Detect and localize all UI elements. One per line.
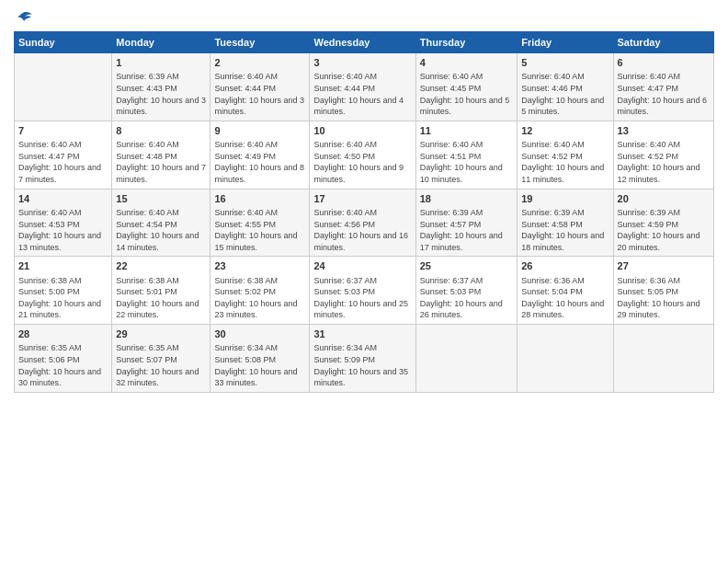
week-row-1: 1Sunrise: 6:39 AMSunset: 4:43 PMDaylight… <box>15 53 714 121</box>
cell-info: Sunrise: 6:40 AMSunset: 4:47 PMDaylight:… <box>18 139 108 185</box>
week-row-4: 21Sunrise: 6:38 AMSunset: 5:00 PMDayligh… <box>15 257 714 325</box>
calendar-cell: 16Sunrise: 6:40 AMSunset: 4:55 PMDayligh… <box>210 189 310 257</box>
cell-info: Sunrise: 6:34 AMSunset: 5:08 PMDaylight:… <box>214 342 305 388</box>
week-row-5: 28Sunrise: 6:35 AMSunset: 5:06 PMDayligh… <box>15 325 714 393</box>
date-number: 26 <box>521 259 609 273</box>
calendar-table: SundayMondayTuesdayWednesdayThursdayFrid… <box>14 31 714 393</box>
date-number: 25 <box>420 259 513 273</box>
calendar-cell: 12Sunrise: 6:40 AMSunset: 4:52 PMDayligh… <box>518 121 613 189</box>
calendar-cell: 26Sunrise: 6:36 AMSunset: 5:04 PMDayligh… <box>518 257 613 325</box>
calendar-cell: 11Sunrise: 6:40 AMSunset: 4:51 PMDayligh… <box>415 121 517 189</box>
calendar-cell: 3Sunrise: 6:40 AMSunset: 4:44 PMDaylight… <box>310 53 415 121</box>
week-row-3: 14Sunrise: 6:40 AMSunset: 4:53 PMDayligh… <box>15 189 714 257</box>
day-header-tuesday: Tuesday <box>210 32 310 53</box>
date-number: 31 <box>313 327 411 341</box>
calendar-cell: 27Sunrise: 6:36 AMSunset: 5:05 PMDayligh… <box>613 257 713 325</box>
date-number: 22 <box>116 259 206 273</box>
date-number: 7 <box>18 124 108 138</box>
date-number: 24 <box>313 259 411 273</box>
day-header-saturday: Saturday <box>613 32 713 53</box>
calendar-cell: 8Sunrise: 6:40 AMSunset: 4:48 PMDaylight… <box>112 121 210 189</box>
date-number: 2 <box>214 56 305 70</box>
calendar-cell: 24Sunrise: 6:37 AMSunset: 5:03 PMDayligh… <box>310 257 415 325</box>
cell-info: Sunrise: 6:37 AMSunset: 5:03 PMDaylight:… <box>420 275 513 321</box>
calendar-cell: 20Sunrise: 6:39 AMSunset: 4:59 PMDayligh… <box>613 189 713 257</box>
date-number: 1 <box>116 56 206 70</box>
calendar-cell: 22Sunrise: 6:38 AMSunset: 5:01 PMDayligh… <box>112 257 210 325</box>
cell-info: Sunrise: 6:39 AMSunset: 4:43 PMDaylight:… <box>116 71 206 117</box>
week-row-2: 7Sunrise: 6:40 AMSunset: 4:47 PMDaylight… <box>15 121 714 189</box>
cell-info: Sunrise: 6:40 AMSunset: 4:48 PMDaylight:… <box>116 139 206 185</box>
date-number: 19 <box>521 192 609 206</box>
calendar-cell: 19Sunrise: 6:39 AMSunset: 4:58 PMDayligh… <box>518 189 613 257</box>
cell-info: Sunrise: 6:40 AMSunset: 4:52 PMDaylight:… <box>618 139 710 185</box>
header-row: SundayMondayTuesdayWednesdayThursdayFrid… <box>15 32 714 53</box>
calendar-cell <box>15 53 112 121</box>
cell-info: Sunrise: 6:40 AMSunset: 4:56 PMDaylight:… <box>313 207 411 253</box>
date-number: 16 <box>214 192 305 206</box>
calendar-cell: 5Sunrise: 6:40 AMSunset: 4:46 PMDaylight… <box>518 53 613 121</box>
date-number: 12 <box>521 124 609 138</box>
cell-info: Sunrise: 6:40 AMSunset: 4:55 PMDaylight:… <box>214 207 305 253</box>
calendar-cell <box>613 325 713 393</box>
calendar-cell: 17Sunrise: 6:40 AMSunset: 4:56 PMDayligh… <box>310 189 415 257</box>
date-number: 21 <box>18 259 108 273</box>
cell-info: Sunrise: 6:39 AMSunset: 4:57 PMDaylight:… <box>420 207 513 253</box>
calendar-cell: 23Sunrise: 6:38 AMSunset: 5:02 PMDayligh… <box>210 257 310 325</box>
calendar-cell: 1Sunrise: 6:39 AMSunset: 4:43 PMDaylight… <box>112 53 210 121</box>
cell-info: Sunrise: 6:40 AMSunset: 4:50 PMDaylight:… <box>313 139 411 185</box>
date-number: 30 <box>214 327 305 341</box>
date-number: 28 <box>18 327 108 341</box>
cell-info: Sunrise: 6:36 AMSunset: 5:05 PMDaylight:… <box>618 275 710 321</box>
date-number: 20 <box>618 192 710 206</box>
calendar-cell: 14Sunrise: 6:40 AMSunset: 4:53 PMDayligh… <box>15 189 112 257</box>
calendar-cell: 28Sunrise: 6:35 AMSunset: 5:06 PMDayligh… <box>15 325 112 393</box>
date-number: 6 <box>618 56 710 70</box>
calendar-cell: 30Sunrise: 6:34 AMSunset: 5:08 PMDayligh… <box>210 325 310 393</box>
calendar-cell: 6Sunrise: 6:40 AMSunset: 4:47 PMDaylight… <box>613 53 713 121</box>
date-number: 10 <box>313 124 411 138</box>
calendar-cell <box>518 325 613 393</box>
cell-info: Sunrise: 6:34 AMSunset: 5:09 PMDaylight:… <box>313 342 411 388</box>
calendar-cell: 15Sunrise: 6:40 AMSunset: 4:54 PMDayligh… <box>112 189 210 257</box>
cell-info: Sunrise: 6:40 AMSunset: 4:52 PMDaylight:… <box>521 139 609 185</box>
logo <box>14 13 36 26</box>
calendar-cell: 10Sunrise: 6:40 AMSunset: 4:50 PMDayligh… <box>310 121 415 189</box>
page-container: SundayMondayTuesdayWednesdayThursdayFrid… <box>0 0 728 402</box>
calendar-cell: 2Sunrise: 6:40 AMSunset: 4:44 PMDaylight… <box>210 53 310 121</box>
cell-info: Sunrise: 6:40 AMSunset: 4:44 PMDaylight:… <box>214 71 305 117</box>
logo-bird-icon <box>16 11 36 28</box>
date-number: 5 <box>521 56 609 70</box>
day-header-thursday: Thursday <box>415 32 517 53</box>
date-number: 13 <box>618 124 710 138</box>
cell-info: Sunrise: 6:40 AMSunset: 4:44 PMDaylight:… <box>313 71 411 117</box>
calendar-cell: 31Sunrise: 6:34 AMSunset: 5:09 PMDayligh… <box>310 325 415 393</box>
date-number: 18 <box>420 192 513 206</box>
date-number: 9 <box>214 124 305 138</box>
cell-info: Sunrise: 6:40 AMSunset: 4:49 PMDaylight:… <box>214 139 305 185</box>
date-number: 17 <box>313 192 411 206</box>
cell-info: Sunrise: 6:40 AMSunset: 4:46 PMDaylight:… <box>521 71 609 117</box>
date-number: 11 <box>420 124 513 138</box>
day-header-monday: Monday <box>112 32 210 53</box>
calendar-cell: 18Sunrise: 6:39 AMSunset: 4:57 PMDayligh… <box>415 189 517 257</box>
calendar-cell: 21Sunrise: 6:38 AMSunset: 5:00 PMDayligh… <box>15 257 112 325</box>
day-header-sunday: Sunday <box>15 32 112 53</box>
cell-info: Sunrise: 6:40 AMSunset: 4:54 PMDaylight:… <box>116 207 206 253</box>
calendar-cell: 4Sunrise: 6:40 AMSunset: 4:45 PMDaylight… <box>415 53 517 121</box>
cell-info: Sunrise: 6:38 AMSunset: 5:01 PMDaylight:… <box>116 275 206 321</box>
cell-info: Sunrise: 6:35 AMSunset: 5:06 PMDaylight:… <box>18 342 108 388</box>
cell-info: Sunrise: 6:37 AMSunset: 5:03 PMDaylight:… <box>313 275 411 321</box>
calendar-cell <box>415 325 517 393</box>
cell-info: Sunrise: 6:40 AMSunset: 4:53 PMDaylight:… <box>18 207 108 253</box>
header <box>14 9 714 26</box>
date-number: 3 <box>313 56 411 70</box>
calendar-cell: 13Sunrise: 6:40 AMSunset: 4:52 PMDayligh… <box>613 121 713 189</box>
cell-info: Sunrise: 6:35 AMSunset: 5:07 PMDaylight:… <box>116 342 206 388</box>
date-number: 4 <box>420 56 513 70</box>
date-number: 23 <box>214 259 305 273</box>
calendar-cell: 9Sunrise: 6:40 AMSunset: 4:49 PMDaylight… <box>210 121 310 189</box>
cell-info: Sunrise: 6:40 AMSunset: 4:51 PMDaylight:… <box>420 139 513 185</box>
calendar-cell: 7Sunrise: 6:40 AMSunset: 4:47 PMDaylight… <box>15 121 112 189</box>
cell-info: Sunrise: 6:39 AMSunset: 4:58 PMDaylight:… <box>521 207 609 253</box>
